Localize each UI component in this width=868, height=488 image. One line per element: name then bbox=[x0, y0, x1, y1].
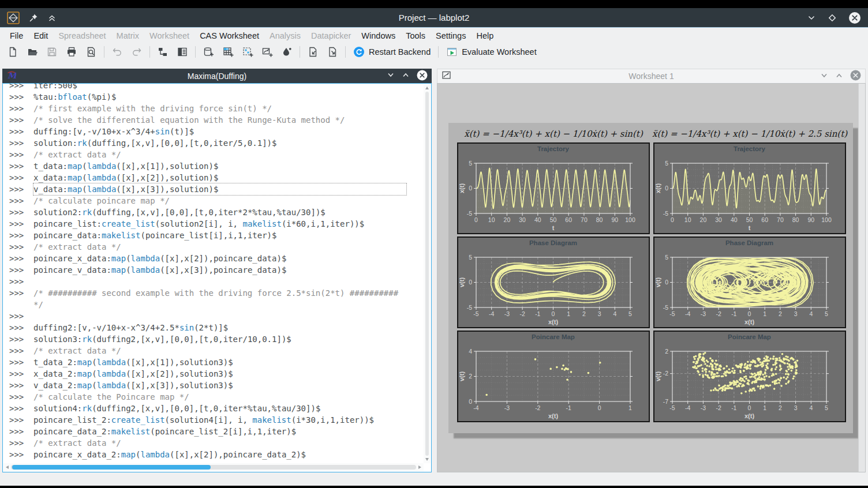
cas-command[interactable]: t_data_2:map(lambda([x],x[1]),solution3)… bbox=[33, 356, 233, 368]
plot-poincare-2[interactable]: -5-4-3-2-10123452-2-7Poincare Mapx(t)v(t… bbox=[653, 331, 846, 422]
toolbar-color-scheme-button[interactable] bbox=[277, 44, 297, 59]
evaluate-worksheet-label: Evaluate Worksheet bbox=[462, 47, 537, 57]
cas-command[interactable]: /* extract data */ bbox=[33, 149, 121, 160]
cas-command[interactable]: poincare_x_data_2:map(lambda([x],x[2]),p… bbox=[33, 449, 306, 460]
cas-prompt: >>> bbox=[9, 414, 33, 426]
worksheet-dock-header[interactable]: Worksheet 1 bbox=[437, 69, 866, 83]
menu-settings[interactable]: Settings bbox=[431, 29, 471, 42]
cas-command[interactable]: /* solve the differential equation with … bbox=[33, 114, 345, 126]
cas-command[interactable]: /* calculate the Poincare map */ bbox=[33, 391, 189, 403]
toolbar-restart-backend-button[interactable]: Restart Backend bbox=[349, 44, 435, 59]
toolbar-import-button[interactable] bbox=[303, 44, 323, 59]
menu-windows[interactable]: Windows bbox=[356, 29, 401, 42]
toolbar-redo-button[interactable] bbox=[127, 44, 147, 59]
plot-phase-2[interactable]: -5-4-3-2-1012345-505Phase Diagramx(t)v(t… bbox=[653, 237, 846, 328]
cas-command[interactable]: poincare_list:create_list(solution2[i], … bbox=[33, 218, 364, 230]
horizontal-scroll-thumb[interactable] bbox=[12, 465, 211, 470]
cas-command[interactable]: poincare_list_2:create_list(solution4[i]… bbox=[33, 414, 374, 426]
cas-command[interactable]: poincare_data_2:makelist(poincare_list_2… bbox=[33, 426, 296, 437]
minimize-button[interactable] bbox=[807, 13, 816, 22]
cas-command[interactable]: x_data_2:map(lambda([x],x[2]),solution3)… bbox=[33, 368, 233, 380]
dock-minimize-icon[interactable] bbox=[387, 71, 395, 81]
menu-help[interactable]: Help bbox=[471, 29, 499, 42]
cas-command[interactable]: t_data:map(lambda([x],x[1]),solution)$ bbox=[33, 160, 218, 172]
svg-text:1: 1 bbox=[763, 310, 766, 317]
plot-trajectory-1[interactable]: 0102030405060708090100-505Trajectorytx(t… bbox=[457, 142, 650, 234]
worksheet-view[interactable]: ẍ(t) = −1/4x³(t) + x(t) − 1/10ẋ(t) + sin… bbox=[437, 83, 866, 472]
cas-command[interactable]: duffing:[v,-v/10+x-x^3/4+sin(t)]$ bbox=[33, 126, 194, 137]
toolbar-properties-explorer-button[interactable] bbox=[173, 44, 192, 59]
menu-tools[interactable]: Tools bbox=[401, 29, 431, 42]
import-icon bbox=[307, 46, 319, 58]
toolbar-new-project-button[interactable] bbox=[3, 44, 23, 59]
pin-icon[interactable] bbox=[29, 13, 38, 22]
maxima-dock-header[interactable]: M Maxima(Duffing) bbox=[2, 69, 432, 83]
toolbar-undo-button[interactable] bbox=[107, 44, 127, 59]
code-line: >>>poincare_data:makelist(poincare_list[… bbox=[9, 230, 424, 241]
toolbar-open-project-button[interactable] bbox=[23, 44, 42, 59]
cas-command[interactable]: x_data:map(lambda([x],x[2]),solution)$ bbox=[33, 172, 218, 183]
svg-text:100: 100 bbox=[625, 216, 635, 223]
menu-file[interactable]: File bbox=[5, 29, 28, 42]
dock-minimize-icon[interactable] bbox=[820, 72, 828, 81]
toolbar-export-button[interactable] bbox=[323, 44, 342, 59]
cas-command[interactable]: /* extract data */ bbox=[33, 345, 121, 356]
plot-poincare-1[interactable]: -4-3-2-101024Poincare Mapx(t)v(t) bbox=[457, 331, 650, 422]
cas-command[interactable]: /* first example with the driving force … bbox=[33, 103, 272, 114]
code-horizontal-scrollbar[interactable] bbox=[3, 463, 424, 471]
maxima-code-area[interactable]: >>>iter:500$>>>%tau:bfloat(%pi)$>>>/* fi… bbox=[2, 83, 432, 472]
cas-command[interactable]: poincare_data:makelist(poincare_list[i],… bbox=[33, 230, 276, 241]
cas-command[interactable]: /* extract data */ bbox=[33, 241, 121, 253]
cas-command[interactable]: solution2:rk(duffing,[x,v],[0,0],[t,0,it… bbox=[33, 207, 326, 218]
dock-maximize-icon[interactable] bbox=[402, 71, 410, 81]
close-button[interactable] bbox=[848, 12, 861, 24]
scroll-down-arrow-icon[interactable] bbox=[425, 458, 429, 461]
menu-edit[interactable]: Edit bbox=[28, 29, 53, 42]
toolbar-print-button[interactable] bbox=[62, 44, 81, 59]
toolbar-print-preview-button[interactable] bbox=[81, 44, 101, 59]
cas-command[interactable]: %tau:bfloat(%pi)$ bbox=[33, 91, 116, 103]
horizontal-scroll-track[interactable] bbox=[11, 465, 416, 470]
toolbar-evaluate-worksheet-button[interactable]: Evaluate Worksheet bbox=[442, 44, 541, 59]
cas-command[interactable]: solution3:rk(duffing2,[x,v],[0,0],[t,0,i… bbox=[33, 333, 291, 345]
dock-close-icon[interactable] bbox=[850, 70, 861, 82]
plot-title: Poincare Map bbox=[532, 333, 575, 340]
toolbar-separator bbox=[104, 46, 104, 58]
cas-command[interactable]: v_data:map(lambda([x],x[3]),solution)$ bbox=[33, 183, 406, 195]
toolbar-new-spreadsheet-button[interactable] bbox=[199, 44, 218, 59]
cas-command[interactable]: duffing2:[v,-v/10+x-x^3/4+2.5*sin(2*t)]$ bbox=[33, 322, 228, 333]
cas-command[interactable]: solution:rk(duffing,[x,v],[0,0],[t,0,ite… bbox=[33, 137, 276, 149]
collapse-toolbar-icon[interactable] bbox=[47, 13, 57, 22]
plot-phase-1[interactable]: -5-4-3-2-1012345-505Phase Diagramx(t)v(t… bbox=[457, 237, 650, 328]
cas-command[interactable]: iter:500$ bbox=[33, 84, 77, 91]
scroll-up-arrow-icon[interactable] bbox=[425, 87, 429, 89]
svg-text:-5: -5 bbox=[467, 210, 472, 217]
cas-session[interactable]: >>>iter:500$>>>%tau:bfloat(%pi)$>>>/* fi… bbox=[3, 84, 424, 463]
plot-trajectory-2[interactable]: 0102030405060708090100-505Trajectorytx(t… bbox=[653, 142, 846, 234]
scroll-right-arrow-icon[interactable] bbox=[418, 466, 421, 469]
maximize-button[interactable] bbox=[828, 13, 837, 22]
toolbar-new-datapicker-button[interactable] bbox=[257, 44, 277, 59]
y-axis-label: x(t) bbox=[458, 183, 465, 193]
cas-command[interactable]: poincare_x_data:map(lambda([x],x[2]),poi… bbox=[33, 253, 286, 264]
menu-cas-worksheet[interactable]: CAS Worksheet bbox=[194, 29, 264, 42]
toolbar-save-project-button[interactable] bbox=[42, 44, 62, 59]
scroll-left-arrow-icon[interactable] bbox=[6, 466, 9, 469]
toolbar-project-explorer-button[interactable] bbox=[153, 44, 173, 59]
code-vertical-scrollbar[interactable] bbox=[424, 84, 431, 463]
cas-command[interactable]: /* calculate poincare map */ bbox=[33, 195, 170, 207]
maxima-dock: M Maxima(Duffing) bbox=[2, 69, 432, 472]
svg-text:-3: -3 bbox=[701, 310, 706, 317]
dock-close-icon[interactable] bbox=[417, 70, 428, 82]
cas-command[interactable]: v_data_2:map(lambda([x],x[3]),solution3)… bbox=[33, 380, 233, 391]
cas-command[interactable]: /* extract data */ bbox=[33, 437, 121, 449]
cas-command[interactable]: poincare_v_data:map(lambda([x],x[3]),poi… bbox=[33, 264, 286, 276]
cas-command[interactable]: solution4:rk(duffing2,[x,v],[0,0],[t,0,i… bbox=[33, 403, 320, 414]
toolbar-new-matrix-button[interactable] bbox=[218, 44, 238, 59]
dock-splitter[interactable] bbox=[432, 69, 437, 472]
worksheet-vertical-scrollbar[interactable] bbox=[858, 84, 865, 472]
vertical-scroll-thumb[interactable] bbox=[425, 92, 429, 456]
cas-command[interactable]: /* ########## second example with the dr… bbox=[33, 287, 406, 310]
toolbar-new-worksheet-button[interactable] bbox=[238, 44, 257, 59]
dock-maximize-icon[interactable] bbox=[835, 72, 843, 81]
